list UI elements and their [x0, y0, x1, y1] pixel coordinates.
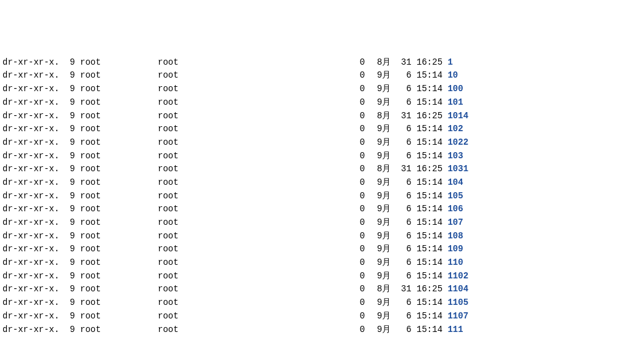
file-name[interactable]: 1031	[442, 163, 468, 176]
file-time: 15:14	[412, 216, 442, 230]
file-time: 15:14	[412, 310, 442, 323]
file-month: 9月	[365, 243, 391, 256]
file-group: root	[158, 83, 349, 96]
file-size: 0	[349, 256, 365, 270]
file-day: 31	[391, 283, 412, 296]
file-size: 0	[349, 136, 365, 150]
file-size: 0	[349, 176, 365, 190]
file-size: 0	[349, 203, 365, 216]
link-count: 9	[59, 256, 75, 270]
file-name[interactable]: 102	[442, 123, 463, 136]
listing-row: dr-xr-xr-x.9rootroot09月615:14110	[2, 256, 639, 270]
listing-row: dr-xr-xr-x.9rootroot09月615:14104	[2, 176, 639, 190]
file-time: 15:14	[412, 69, 442, 83]
link-count: 9	[59, 176, 75, 190]
file-time: 15:14	[412, 136, 442, 150]
file-size: 0	[349, 296, 365, 310]
file-name[interactable]: 108	[442, 230, 463, 243]
file-permissions: dr-xr-xr-x.	[2, 270, 59, 283]
file-day: 6	[391, 323, 412, 337]
file-owner: root	[75, 230, 158, 243]
file-permissions: dr-xr-xr-x.	[2, 56, 59, 70]
file-group: root	[158, 310, 349, 323]
file-name[interactable]: 1105	[442, 296, 468, 310]
file-name[interactable]: 104	[442, 176, 463, 190]
file-name[interactable]: 10	[442, 69, 458, 83]
file-name[interactable]: 1022	[442, 136, 468, 150]
file-owner: root	[75, 176, 158, 190]
file-day: 6	[391, 296, 412, 310]
file-group: root	[158, 256, 349, 270]
file-time: 15:14	[412, 176, 442, 190]
file-time: 15:14	[412, 150, 442, 163]
file-name[interactable]: 110	[442, 256, 463, 270]
file-name[interactable]: 1014	[442, 110, 468, 123]
file-month: 9月	[365, 296, 391, 310]
file-day: 6	[391, 136, 412, 150]
file-name[interactable]: 1104	[442, 283, 468, 296]
link-count: 9	[59, 243, 75, 256]
file-permissions: dr-xr-xr-x.	[2, 296, 59, 310]
file-day: 6	[391, 150, 412, 163]
file-size: 0	[349, 69, 365, 83]
listing-row: dr-xr-xr-x.9rootroot09月615:14107	[2, 216, 639, 230]
file-size: 0	[349, 283, 365, 296]
file-size: 0	[349, 323, 365, 337]
link-count: 9	[59, 123, 75, 136]
file-time: 15:14	[412, 96, 442, 110]
file-group: root	[158, 123, 349, 136]
file-owner: root	[75, 136, 158, 150]
file-day: 6	[391, 83, 412, 96]
file-permissions: dr-xr-xr-x.	[2, 83, 59, 96]
file-name[interactable]: 103	[442, 150, 463, 163]
file-name[interactable]: 1107	[442, 310, 468, 323]
file-name[interactable]: 109	[442, 243, 463, 256]
file-month: 9月	[365, 323, 391, 337]
file-owner: root	[75, 69, 158, 83]
file-month: 9月	[365, 136, 391, 150]
file-permissions: dr-xr-xr-x.	[2, 136, 59, 150]
file-time: 15:14	[412, 256, 442, 270]
file-size: 0	[349, 190, 365, 203]
file-permissions: dr-xr-xr-x.	[2, 243, 59, 256]
file-name[interactable]: 107	[442, 216, 463, 230]
file-permissions: dr-xr-xr-x.	[2, 96, 59, 110]
file-time: 15:14	[412, 323, 442, 337]
file-name[interactable]: 100	[442, 83, 463, 96]
file-owner: root	[75, 56, 158, 70]
file-time: 15:14	[412, 203, 442, 216]
file-size: 0	[349, 243, 365, 256]
file-day: 6	[391, 176, 412, 190]
file-day: 31	[391, 56, 412, 70]
file-permissions: dr-xr-xr-x.	[2, 203, 59, 216]
listing-row: dr-xr-xr-x.9rootroot09月615:14103	[2, 150, 639, 163]
link-count: 9	[59, 150, 75, 163]
link-count: 9	[59, 203, 75, 216]
file-name[interactable]: 111	[442, 323, 463, 337]
file-owner: root	[75, 270, 158, 283]
file-owner: root	[75, 150, 158, 163]
file-name[interactable]: 1102	[442, 270, 468, 283]
file-name[interactable]: 101	[442, 96, 463, 110]
file-owner: root	[75, 310, 158, 323]
file-month: 9月	[365, 310, 391, 323]
file-name[interactable]: 106	[442, 203, 463, 216]
file-group: root	[158, 176, 349, 190]
link-count: 9	[59, 190, 75, 203]
file-month: 9月	[365, 256, 391, 270]
file-group: root	[158, 56, 349, 70]
file-day: 6	[391, 230, 412, 243]
link-count: 9	[59, 56, 75, 70]
listing-row: dr-xr-xr-x.9rootroot08月3116:251	[2, 56, 639, 70]
file-group: root	[158, 110, 349, 123]
link-count: 9	[59, 310, 75, 323]
file-time: 15:14	[412, 230, 442, 243]
file-name[interactable]: 105	[442, 190, 463, 203]
file-permissions: dr-xr-xr-x.	[2, 190, 59, 203]
file-month: 9月	[365, 216, 391, 230]
listing-row: dr-xr-xr-x.9rootroot09月615:14111	[2, 323, 639, 337]
file-permissions: dr-xr-xr-x.	[2, 256, 59, 270]
file-group: root	[158, 203, 349, 216]
file-name[interactable]: 1	[442, 56, 453, 70]
file-group: root	[158, 150, 349, 163]
